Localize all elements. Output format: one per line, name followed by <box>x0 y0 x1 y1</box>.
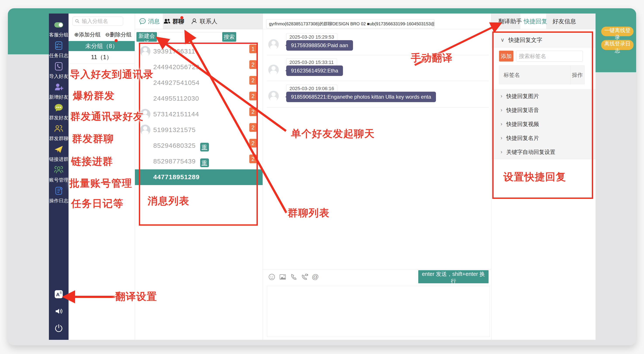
section-label: 关键字自动回复设置 <box>506 148 555 156</box>
tag-search-input[interactable] <box>516 51 583 62</box>
message-timestamp: 2025-03-20 15:33:11 <box>286 58 337 66</box>
section-label: 快捷回复文字 <box>508 36 542 44</box>
message-separator <box>267 55 489 55</box>
sidebar-item-label: 链接进群 <box>49 156 68 162</box>
chat-number: 244927541054 <box>153 79 200 86</box>
chat-row[interactable]: 573142151144 2 <box>135 106 263 122</box>
chevron-right-icon: › <box>500 93 502 99</box>
tab-contacts[interactable]: 联系人 <box>190 14 218 29</box>
section-quick-reply-image[interactable]: ›快捷回复图片 <box>492 89 596 103</box>
send-hint-button[interactable]: enter 发送，shift+enter 换行 <box>418 270 488 283</box>
section-quick-reply-text[interactable]: ∨ 快捷回复文字 <box>492 33 596 47</box>
chat-row[interactable]: 244927541054 2 <box>135 75 263 91</box>
unread-badge: 2 <box>249 123 257 132</box>
sidebar-item-label: 任务日志 <box>49 52 68 59</box>
offline-login-button[interactable]: 一键离线登录 <box>601 27 634 36</box>
sidebar-item-task-log[interactable]: 任务日志 <box>49 40 68 60</box>
avatar <box>140 46 150 56</box>
app-root: 客服分组 任务日志 导入好友 新增好友 群发好友 群发群聊 链接进群 账号管理 <box>0 0 644 354</box>
tab-group-chats[interactable]: 群聊 <box>163 14 184 29</box>
group-row-11[interactable]: 11（1） <box>68 51 135 64</box>
chevron-right-icon: › <box>500 121 502 127</box>
section-label: 快捷回复名片 <box>506 134 539 142</box>
sidebar-item-account-management[interactable]: 账号管理 <box>49 164 68 185</box>
new-session-button[interactable]: 新建会话 <box>136 32 157 42</box>
tab-translate-assistant[interactable]: 翻译助手 <box>498 14 522 29</box>
chat-row[interactable]: 85294680325重 2 <box>135 138 263 154</box>
service-group-toggle-icon <box>54 20 64 30</box>
chat-number: 244955112030 <box>153 95 199 102</box>
chat-row-selected[interactable]: 447718951289 <box>135 169 263 185</box>
tab-friend-info[interactable]: 好友信息 <box>552 14 576 29</box>
chat-controls: 新建会话 搜索 <box>135 32 263 42</box>
chat-row[interactable]: 244955112030 2 <box>135 91 263 106</box>
sidebar-item-label: 操作日志 <box>49 198 68 204</box>
section-quick-reply-card[interactable]: ›快捷回复名片 <box>492 131 596 145</box>
sound-icon[interactable] <box>54 307 63 317</box>
link-join-group-icon <box>54 144 64 155</box>
chevron-down-icon: ∨ <box>500 37 504 43</box>
power-icon[interactable] <box>54 324 63 334</box>
group-actions: ⊕添加分组 ⊖删除分组 <box>68 29 135 39</box>
mention-at-icon[interactable]: @ <box>312 273 319 281</box>
sidebar-item-import-friends[interactable]: 导入好友 <box>49 60 68 81</box>
chat-row[interactable]: 85298775439重 2 <box>135 154 263 169</box>
avatar <box>268 39 279 50</box>
group-chat-icon <box>163 18 171 25</box>
unread-badge: 2 <box>249 92 257 100</box>
composer-textarea[interactable] <box>267 286 490 337</box>
group-row-ungrouped[interactable]: 未分组（8） <box>68 41 135 51</box>
add-group-button[interactable]: ⊕添加分组 <box>74 31 101 38</box>
chat-number: 573142151144 <box>153 110 199 118</box>
avatar <box>140 156 150 166</box>
section-keyword-autoreply[interactable]: ›关键字自动回复设置 <box>492 145 596 159</box>
group-search-box <box>72 16 123 26</box>
remove-group-button[interactable]: ⊖删除分组 <box>105 31 132 38</box>
emoji-icon[interactable] <box>268 273 276 281</box>
tab-quick-reply[interactable]: 快捷回复 <box>524 14 547 29</box>
avatar <box>268 91 279 101</box>
group-search-input[interactable] <box>82 17 122 25</box>
message-timestamp: 2025-03-20 15:29:53 <box>286 33 337 41</box>
broadcast-groups-icon <box>54 124 64 134</box>
sidebar-item-service-group[interactable]: 客服分组 <box>49 19 68 40</box>
chat-row[interactable]: 244942056729 2 <box>135 59 263 75</box>
chat-search-input[interactable] <box>158 32 224 41</box>
chat-tabbar: 消息 群聊 联系人 <box>135 14 263 29</box>
unread-badge: 1 <box>249 44 257 53</box>
tab-messages[interactable]: 消息 <box>139 14 160 29</box>
sidebar-item-label: 客服分组 <box>49 32 68 38</box>
svg-text:文: 文 <box>60 291 62 294</box>
composer-divider <box>263 269 492 269</box>
section-quick-reply-voice[interactable]: ›快捷回复语音 <box>492 103 596 117</box>
message-separator <box>267 81 489 81</box>
tab-label: 消息 <box>148 18 160 25</box>
sidebar-item-operation-log[interactable]: 操作日志 <box>49 185 68 205</box>
sidebar-item-link-join[interactable]: 链接进群 <box>49 143 68 164</box>
duplicate-tag: 重 <box>200 143 209 152</box>
sidebar-item-broadcast-groups[interactable]: 群发群聊 <box>49 122 68 143</box>
duplicate-tag: 重 <box>200 158 209 167</box>
translate-icon[interactable]: A文 <box>54 290 63 300</box>
tab-label: 群聊 <box>172 18 184 25</box>
chevron-right-icon: › <box>500 107 502 113</box>
chat-row[interactable]: 39391766311 1 <box>135 44 263 59</box>
sidebar-item-label: 新增好友 <box>49 94 68 100</box>
avatar <box>140 93 150 104</box>
image-icon[interactable] <box>279 273 286 281</box>
section-quick-reply-video[interactable]: ›快捷回复视频 <box>492 117 596 131</box>
chat-row[interactable]: 51991321575 2 <box>135 122 263 138</box>
chat-search-button[interactable]: 搜索 <box>222 32 236 42</box>
sidebar-item-broadcast-friends[interactable]: 群发好友 <box>49 102 68 122</box>
sidebar-item-label: 账号管理 <box>49 177 68 183</box>
section-label: 快捷回复图片 <box>506 92 539 100</box>
sidebar-item-add-friend[interactable]: 新增好友 <box>49 81 68 102</box>
chevron-right-icon: › <box>500 135 502 141</box>
phone-icon[interactable] <box>290 273 297 281</box>
conversation-panel: gyrfnmo(6283851737308)的群聊DESIGN BRO 02 ■… <box>262 14 492 340</box>
chat-number: 447718951289 <box>153 173 200 181</box>
add-tag-button[interactable]: 添加 <box>499 51 514 62</box>
tag-name-column-header: 标签名 <box>504 66 520 84</box>
video-call-icon[interactable] <box>301 273 308 281</box>
offline-login-log-button[interactable]: 离线登录日志 <box>601 40 634 50</box>
